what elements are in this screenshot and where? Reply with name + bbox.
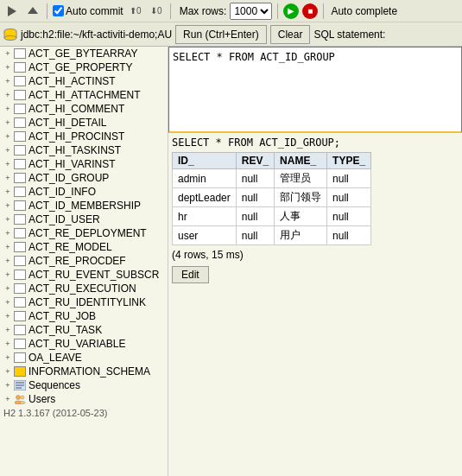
expand-icon: +	[2, 144, 14, 156]
table-icon	[14, 117, 26, 128]
sidebar-item-iduser[interactable]: + ACT_ID_USER	[0, 213, 168, 226]
table-cell: null	[236, 169, 274, 188]
max-rows-select[interactable]: 100050010050	[230, 3, 272, 20]
sidebar-item-attachment[interactable]: + ACT_HI_ATTACHMENT	[0, 88, 168, 102]
stop-btn[interactable]: ■	[302, 3, 318, 19]
sidebar-item-idmembership[interactable]: + ACT_ID_MEMBERSHIP	[0, 199, 168, 213]
expand-icon: +	[2, 130, 14, 143]
sidebar-item-comment[interactable]: + ACT_HI_COMMENT	[0, 102, 168, 116]
table-cell: user	[173, 226, 237, 245]
sidebar-item-execution[interactable]: + ACT_RU_EXECUTION	[0, 282, 168, 295]
sidebar-item-bytearray[interactable]: + ACT_GE_BYTEARRAY	[0, 47, 168, 60]
sidebar-item-property[interactable]: + ACT_GE_PROPERTY	[0, 60, 168, 74]
sidebar-item-deployment[interactable]: + ACT_RE_DEPLOYMENT	[0, 226, 168, 240]
db-icon	[3, 28, 17, 41]
sidebar-item-actinst[interactable]: + ACT_HI_ACTINST	[0, 74, 168, 88]
sidebar-item-model[interactable]: + ACT_RE_MODEL	[0, 240, 168, 254]
sidebar-item-text: ACT_GE_PROPERTY	[28, 61, 132, 73]
table-cell: 用户	[275, 226, 327, 245]
sql-editor[interactable]: SELECT * FROM ACT_ID_GROUP	[168, 47, 462, 133]
table-icon	[14, 76, 26, 86]
sidebar-item-identitylink[interactable]: + ACT_RU_IDENTITYLINK	[0, 295, 168, 309]
table-cell: deptLeader	[173, 188, 237, 207]
sidebar-item-procinst[interactable]: + ACT_HI_PROCINST	[0, 130, 168, 143]
rollback-icon[interactable]: ⬇0	[148, 3, 165, 20]
sidebar-item-infoschema[interactable]: + INFORMATION_SCHEMA	[0, 365, 168, 378]
sidebar-item-variable[interactable]: + ACT_RU_VARIABLE	[0, 337, 168, 351]
commit-icon[interactable]: ⬆0	[127, 3, 144, 20]
arrow-up-icon[interactable]	[24, 3, 41, 20]
sidebar-item-detail[interactable]: + ACT_HI_DETAIL	[0, 116, 168, 130]
sidebar-item-text: ACT_RU_VARIABLE	[28, 338, 125, 350]
expand-icon: +	[2, 310, 14, 322]
expand-icon: +	[2, 89, 14, 101]
sidebar-item-text: INFORMATION_SCHEMA	[28, 365, 150, 378]
table-icon	[14, 173, 26, 183]
sidebar-item-task[interactable]: + ACT_RU_TASK	[0, 323, 168, 337]
expand-icon: +	[2, 338, 14, 350]
svg-point-11	[16, 396, 21, 400]
auto-commit-checkbox[interactable]	[53, 5, 64, 16]
result-table: ID_ REV_ NAME_ TYPE_ adminnull管理员nulldep…	[172, 152, 371, 245]
main-content: + ACT_GE_BYTEARRAY + ACT_GE_PROPERTY + A…	[0, 47, 462, 476]
table-row[interactable]: hrnull人事null	[173, 207, 371, 226]
table-cell: 人事	[275, 207, 327, 226]
expand-icon: +	[2, 241, 14, 253]
clear-button[interactable]: Clear	[270, 25, 311, 44]
auto-complete-label: Auto complete	[331, 5, 397, 17]
sidebar-item-users[interactable]: + Users	[0, 392, 168, 406]
col-name: NAME_	[275, 153, 327, 169]
expand-icon: +	[2, 282, 14, 295]
table-cell: 管理员	[275, 169, 327, 188]
sidebar-item-text: ACT_ID_GROUP	[28, 172, 109, 184]
sidebar-item-eventsubscr[interactable]: + ACT_RU_EVENT_SUBSCR	[0, 268, 168, 282]
table-icon	[14, 159, 26, 169]
sidebar-item-text: ACT_HI_TASKINST	[28, 144, 121, 156]
edit-button[interactable]: Edit	[172, 266, 209, 283]
version-text: H2 1.3.167 (2012-05-23)	[3, 408, 107, 418]
auto-commit-text: Auto commit	[66, 5, 123, 17]
separator4	[323, 3, 324, 19]
execute-btn[interactable]: ▶	[283, 3, 299, 19]
svg-point-13	[21, 396, 24, 399]
table-icon	[14, 325, 26, 335]
sidebar-item-oaleave[interactable]: + OA_LEAVE	[0, 351, 168, 365]
sidebar-item-job[interactable]: + ACT_RU_JOB	[0, 309, 168, 323]
run-button[interactable]: Run (Ctrl+Enter)	[175, 25, 267, 44]
sidebar-item-taskinst[interactable]: + ACT_HI_TASKINST	[0, 143, 168, 157]
table-icon	[14, 145, 26, 155]
folder-icon	[14, 366, 26, 377]
sql-statement-label: SQL statement:	[313, 29, 385, 41]
table-icon	[14, 311, 26, 321]
expand-icon: +	[2, 379, 14, 391]
sidebar-item-varinst[interactable]: + ACT_HI_VARINST	[0, 157, 168, 171]
run-icon-btn[interactable]	[3, 3, 21, 20]
expand-icon: +	[2, 324, 14, 336]
sidebar-item-text: ACT_HI_VARINST	[28, 158, 115, 170]
toolbar-row2: jdbc:h2:file:~/kft-activiti-demo;AU Run …	[0, 22, 462, 47]
sidebar-item-procdef[interactable]: + ACT_RE_PROCDEF	[0, 254, 168, 268]
sidebar-item-text: ACT_HI_ACTINST	[28, 75, 116, 87]
sidebar-item-text: ACT_GE_BYTEARRAY	[28, 48, 137, 60]
auto-commit-label[interactable]: Auto commit	[53, 5, 123, 17]
sidebar-item-idinfo[interactable]: + ACT_ID_INFO	[0, 185, 168, 199]
expand-icon: +	[2, 296, 14, 308]
sidebar-item-text: ACT_ID_USER	[28, 213, 100, 225]
expand-icon: +	[2, 48, 14, 60]
table-icon	[14, 242, 26, 252]
table-row[interactable]: usernull用户null	[173, 226, 371, 245]
sidebar-item-idgroup[interactable]: + ACT_ID_GROUP	[0, 171, 168, 185]
expand-icon: +	[2, 365, 14, 378]
table-row[interactable]: deptLeadernull部门领导null	[173, 188, 371, 207]
svg-marker-1	[28, 7, 38, 14]
table-header-row: ID_ REV_ NAME_ TYPE_	[173, 153, 371, 169]
expand-icon: +	[2, 172, 14, 184]
sidebar-item-sequences[interactable]: + Sequences	[0, 378, 168, 392]
table-cell: null	[327, 169, 371, 188]
table-icon	[14, 270, 26, 280]
sidebar-item-text: Users	[28, 393, 55, 405]
table-icon	[14, 339, 26, 349]
table-row[interactable]: adminnull管理员null	[173, 169, 371, 188]
expand-icon: +	[2, 213, 14, 225]
users-icon	[14, 394, 26, 404]
